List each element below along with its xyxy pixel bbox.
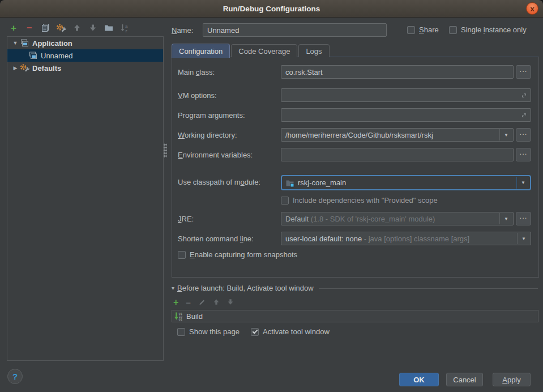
- run-debug-configurations-dialog: Run/Debug Configurations x + − az ▼: [0, 0, 543, 392]
- chevron-expanded-icon[interactable]: ▼: [11, 40, 20, 46]
- before-launch-toolbar: + −: [173, 297, 234, 308]
- enable-capturing-checkbox[interactable]: [178, 251, 186, 259]
- expand-field-icon[interactable]: [520, 112, 528, 121]
- shorten-command-line-combobox[interactable]: user-local default: none - java [options…: [281, 232, 531, 245]
- add-icon[interactable]: +: [8, 22, 19, 33]
- edit-task-icon[interactable]: [198, 298, 206, 307]
- edit-defaults-icon[interactable]: [55, 22, 67, 33]
- help-icon: ?: [12, 372, 18, 381]
- enable-capturing-checkbox-group[interactable]: Enable capturing form snapshots: [178, 250, 297, 259]
- activate-tool-window-checkbox-group[interactable]: Activate tool window: [251, 327, 330, 336]
- program-arguments-label: Program arguments:: [178, 111, 245, 120]
- before-launch-section-header[interactable]: ▾ Before launch: Build, Activate tool wi…: [172, 284, 538, 292]
- environment-variables-input[interactable]: [281, 148, 514, 161]
- single-instance-label: Single instance only: [461, 25, 527, 34]
- name-value: Unnamed: [207, 26, 239, 35]
- shorten-command-line-label: Shorten command line:: [178, 235, 254, 243]
- jre-combobox[interactable]: Default (1.8 - SDK of 'rskj-core_main' m…: [281, 212, 514, 225]
- name-input[interactable]: Unnamed: [203, 23, 387, 37]
- before-launch-title: Before launch: Build, Activate tool wind…: [177, 284, 314, 292]
- show-this-page-checkbox-group[interactable]: Show this page: [177, 327, 240, 336]
- include-dependencies-label: Include dependencies with "Provided" sco…: [293, 196, 438, 204]
- remove-icon[interactable]: −: [24, 22, 35, 33]
- build-icon: 011001: [174, 312, 183, 321]
- activate-tool-window-label: Activate tool window: [263, 327, 330, 336]
- cancel-button[interactable]: Cancel: [446, 373, 483, 386]
- use-classpath-combobox[interactable]: rskj-core_main ▼: [281, 175, 531, 190]
- copy-icon[interactable]: [40, 22, 51, 33]
- include-dependencies-checkbox[interactable]: [281, 197, 289, 204]
- tree-item-application[interactable]: ▼ Application: [7, 37, 163, 49]
- configuration-tab-panel: Main class: co.rsk.Start ... VM options:…: [172, 57, 539, 278]
- move-down-icon[interactable]: [87, 22, 99, 33]
- task-label: Build: [186, 312, 203, 321]
- move-up-icon[interactable]: [71, 22, 83, 33]
- name-label: Name:: [172, 26, 193, 35]
- configurations-tree: ▼ Application Unnamed ▶ Defaults: [7, 36, 164, 361]
- application-icon: [28, 51, 39, 60]
- chevron-down-icon[interactable]: ▼: [499, 213, 512, 224]
- section-separator: [319, 288, 538, 289]
- tab-bar: Configuration Code Coverage Logs: [172, 44, 331, 57]
- application-icon: [20, 39, 30, 48]
- before-launch-task-build[interactable]: 011001 Build: [172, 310, 538, 322]
- tree-item-label: Unnamed: [41, 52, 72, 60]
- add-task-icon[interactable]: +: [173, 298, 178, 307]
- show-this-page-checkbox[interactable]: [177, 328, 185, 336]
- chevron-down-icon[interactable]: ▼: [516, 177, 529, 189]
- window-title: Run/Debug Configurations: [223, 5, 320, 13]
- ok-button[interactable]: OK: [399, 373, 439, 386]
- single-instance-checkbox[interactable]: [449, 26, 457, 34]
- titlebar[interactable]: Run/Debug Configurations x: [0, 0, 543, 18]
- main-class-input[interactable]: co.rsk.Start: [281, 65, 514, 79]
- section-collapse-icon[interactable]: ▾: [172, 285, 174, 291]
- chevron-collapsed-icon[interactable]: ▶: [11, 65, 20, 71]
- main-class-browse-button[interactable]: ...: [516, 65, 531, 79]
- tab-configuration[interactable]: Configuration: [172, 44, 230, 58]
- environment-variables-browse-button[interactable]: ...: [516, 148, 531, 161]
- tree-item-defaults[interactable]: ▶ Defaults: [7, 62, 163, 74]
- working-directory-browse-button[interactable]: ...: [516, 128, 531, 142]
- environment-variables-label: Environment variables:: [178, 151, 253, 159]
- chevron-down-icon[interactable]: ▼: [499, 129, 512, 140]
- main-class-label: Main class:: [178, 68, 215, 76]
- tab-logs[interactable]: Logs: [298, 44, 329, 57]
- ellipsis-icon: ...: [520, 66, 528, 74]
- help-button[interactable]: ?: [7, 369, 23, 384]
- create-folder-icon[interactable]: [103, 22, 114, 33]
- show-this-page-label: Show this page: [189, 327, 240, 336]
- close-icon[interactable]: x: [526, 2, 538, 15]
- share-label: Share: [419, 25, 439, 34]
- tree-item-label: Application: [32, 39, 72, 48]
- vm-options-label: VM options:: [178, 91, 217, 100]
- chevron-down-icon[interactable]: ▼: [517, 233, 530, 244]
- expand-field-icon[interactable]: [520, 92, 528, 101]
- module-icon: [285, 178, 294, 188]
- tab-code-coverage[interactable]: Code Coverage: [231, 44, 297, 57]
- working-directory-label: Working directory:: [178, 131, 237, 139]
- program-arguments-input[interactable]: [281, 108, 531, 122]
- vm-options-input[interactable]: [281, 88, 531, 102]
- share-checkbox-group[interactable]: Share: [407, 25, 439, 34]
- svg-text:01: 01: [179, 318, 183, 321]
- move-task-up-icon[interactable]: [213, 299, 220, 307]
- use-classpath-label: Use classpath of module:: [178, 178, 260, 186]
- defaults-icon: [20, 63, 30, 73]
- remove-task-icon[interactable]: −: [186, 299, 191, 307]
- apply-button[interactable]: Apply: [493, 373, 531, 386]
- jre-label: JRE:: [178, 215, 194, 223]
- svg-text:z: z: [125, 28, 127, 33]
- ellipsis-icon: ...: [520, 129, 528, 137]
- single-instance-checkbox-group[interactable]: Single instance only: [449, 25, 527, 34]
- move-task-down-icon[interactable]: [227, 299, 234, 307]
- tree-item-unnamed[interactable]: Unnamed: [7, 49, 163, 62]
- include-dependencies-checkbox-group[interactable]: Include dependencies with "Provided" sco…: [281, 196, 438, 204]
- activate-tool-window-checkbox[interactable]: [251, 328, 259, 336]
- jre-browse-button[interactable]: ...: [516, 212, 531, 225]
- working-directory-combobox[interactable]: /home/meriherrera/Code/Github/rsksmart/r…: [281, 128, 514, 142]
- ellipsis-icon: ...: [520, 212, 528, 220]
- share-checkbox[interactable]: [407, 26, 415, 34]
- configurations-toolbar: + − az: [8, 22, 130, 34]
- splitter-handle[interactable]: [164, 143, 167, 158]
- sort-alphabetically-icon[interactable]: az: [119, 22, 130, 33]
